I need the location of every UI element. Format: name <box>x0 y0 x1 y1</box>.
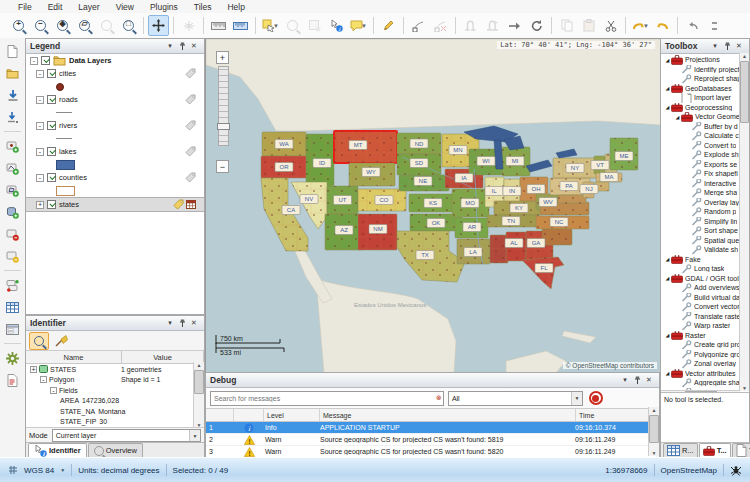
zoom-to-selection-button[interactable] <box>282 15 303 36</box>
save-project-button[interactable] <box>2 85 23 105</box>
checkbox[interactable] <box>47 95 56 104</box>
menu-edit[interactable]: Edit <box>40 1 71 13</box>
expander-icon[interactable]: ◢ <box>664 104 671 110</box>
map-attribution[interactable]: © OpenStreetMap contributors <box>563 362 657 369</box>
expander-icon[interactable]: ◢ <box>664 85 671 91</box>
toolbox-item-sort-shape[interactable]: Sort shape <box>661 226 740 236</box>
expander-icon[interactable]: - <box>36 174 44 182</box>
state-SC[interactable] <box>542 229 572 245</box>
toolbox-item-vector-attributes[interactable]: ◢Vector attributes <box>661 369 740 379</box>
toolbox-scrollbar[interactable]: ▲▼ <box>739 53 749 391</box>
panel-menu-icon[interactable]: ▾ <box>164 318 176 329</box>
undo-style-button[interactable]: ▼ <box>630 15 651 36</box>
cut-button[interactable] <box>600 15 621 36</box>
menu-help[interactable]: Help <box>219 1 252 13</box>
identify-tool-button[interactable] <box>29 332 49 350</box>
log-row[interactable]: 2!WarnSource geographic CS for projected… <box>206 434 659 446</box>
edit-vertices-button[interactable] <box>378 15 399 36</box>
tab-identifier[interactable]: iIdentifier <box>28 443 87 457</box>
measure-area-button[interactable] <box>230 15 251 36</box>
menu-tiles[interactable]: Tiles <box>186 1 220 13</box>
add-point-layer-button[interactable] <box>2 136 23 156</box>
snap-end-button[interactable] <box>482 15 503 36</box>
expander-icon[interactable]: ◢ <box>664 275 671 281</box>
legend-layer-rivers[interactable]: -rivers <box>26 119 204 132</box>
crs-value[interactable]: WGS 84 <box>24 466 54 475</box>
expander-icon[interactable]: ◢ <box>664 370 671 376</box>
toolbox-item-gdal-ogr-tools[interactable]: ◢GDAL / OGR tools <box>661 274 740 284</box>
toolbox-item-raster[interactable]: ◢Raster <box>661 331 740 341</box>
vertex-add-button[interactable] <box>408 15 429 36</box>
zoom-window-button[interactable]: □ <box>118 15 139 36</box>
zoom-out-button[interactable]: − <box>216 160 229 173</box>
refresh-map-button[interactable] <box>526 15 547 36</box>
toolbox-item-validate-sh[interactable]: Validate sh <box>661 245 740 255</box>
identifier-row-state_na[interactable]: STATE_NAMontana <box>26 406 204 417</box>
clear-results-button[interactable] <box>51 332 71 350</box>
add-polygon-layer-button[interactable] <box>2 180 23 200</box>
identifier-row-state_fip[interactable]: STATE_FIP30 <box>26 417 204 428</box>
column-message[interactable]: Message <box>320 409 576 421</box>
remove-layer-button[interactable] <box>2 224 23 244</box>
expander-icon[interactable]: - <box>36 70 44 78</box>
toolbox-item-vector-geome[interactable]: ◢Vector Geome <box>661 112 740 122</box>
dropdown-caret-icon[interactable]: ▼ <box>273 23 279 29</box>
copy-button[interactable] <box>556 15 577 36</box>
toolbox-item-geoprocessing[interactable]: ◢Geoprocessing <box>661 103 740 113</box>
add-line-layer-button[interactable] <box>2 158 23 178</box>
expander-icon[interactable]: + <box>30 366 37 373</box>
toolbox-item-create-grid-pro[interactable]: Create grid pro <box>661 340 740 350</box>
log-row[interactable]: 1iInfoAPPLICATION STARTUP09:16:10.374 <box>206 422 659 434</box>
pin-icon[interactable] <box>176 41 188 52</box>
identifier-row-polygon[interactable]: -PolygonShape id = 1 <box>26 375 204 386</box>
expander-icon[interactable]: - <box>50 387 57 394</box>
toolbox-item-exports-se[interactable]: Exports se <box>661 160 740 170</box>
expander-icon[interactable]: ◢ <box>674 114 681 120</box>
menu-file[interactable]: File <box>10 1 40 13</box>
continue-edit-button[interactable] <box>504 15 525 36</box>
state-MD[interactable] <box>558 195 586 203</box>
pin-icon[interactable] <box>721 41 733 52</box>
toolbox-tab-page[interactable]: T... <box>732 443 750 457</box>
toolbox-item-identify-project[interactable]: Identify project <box>661 65 740 75</box>
panel-menu-icon[interactable]: ▾ <box>619 375 631 386</box>
expander-icon[interactable]: ◢ <box>664 256 671 262</box>
toolbox-item-buffer-by-d[interactable]: Buffer by d <box>661 122 740 132</box>
expander-icon[interactable]: - <box>40 376 47 383</box>
toolbox-item-geodatabases[interactable]: ◢GeoDatabases <box>661 84 740 94</box>
undo-button[interactable] <box>682 15 703 36</box>
legend-layer-roads[interactable]: -roads <box>26 93 204 106</box>
tag-icon[interactable] <box>185 172 196 183</box>
toolbox-tab-toolbox[interactable]: T... <box>699 443 731 457</box>
callout-button[interactable]: ▼ <box>348 15 369 36</box>
toolbox-item-zonal-overlay[interactable]: Zonal overlay <box>661 359 740 369</box>
toolbox-item-fix-shapefi[interactable]: Fix shapefi <box>661 169 740 179</box>
toolbox-item-add-overviews[interactable]: Add overviews <box>661 283 740 293</box>
toolbox-item-aggregate-sha[interactable]: Aggregate sha <box>661 378 740 388</box>
legend-layer-states[interactable]: +states <box>26 197 204 212</box>
dropdown-caret-icon[interactable]: ▼ <box>643 23 649 29</box>
zoom-out-button[interactable]: − <box>30 15 51 36</box>
zoom-in-button[interactable]: + <box>216 51 229 64</box>
toolbox-item-convert-to[interactable]: Convert to <box>661 141 740 151</box>
tag-icon[interactable] <box>185 94 196 105</box>
checkbox[interactable] <box>41 56 50 65</box>
toolbox-item-simplify-lin[interactable]: Simplify lin <box>661 217 740 227</box>
expander-icon[interactable]: ◢ <box>664 332 671 338</box>
zoom-full-extent-button[interactable]: ◈ <box>52 15 73 36</box>
toolbox-item-interactive[interactable]: Interactive <box>661 179 740 189</box>
zoom-to-layer-button[interactable]: ▱ <box>74 15 95 36</box>
tab-overview[interactable]: Overview <box>88 443 143 457</box>
close-icon[interactable]: ✕ <box>643 375 655 386</box>
identify-button[interactable]: i <box>326 15 347 36</box>
select-features-button[interactable]: ▼ <box>260 15 281 36</box>
map-canvas[interactable]: WAORCAIDNVUTAZMTWYCONMNDSDNEKSOKTXMNIAMO… <box>205 38 660 372</box>
toolbox-item-convert-vector[interactable]: Convert vector <box>661 302 740 312</box>
toolbox-item-explode-sh[interactable]: Explode sh <box>661 150 740 160</box>
new-project-button[interactable] <box>2 41 23 61</box>
column-time[interactable]: Time <box>576 409 659 421</box>
pan-button[interactable] <box>148 15 169 36</box>
vertex-remove-button[interactable] <box>430 15 451 36</box>
menu-plugins[interactable]: Plugins <box>142 1 186 13</box>
toolbox-item-polygonize-gro[interactable]: Polygonize gro <box>661 350 740 360</box>
